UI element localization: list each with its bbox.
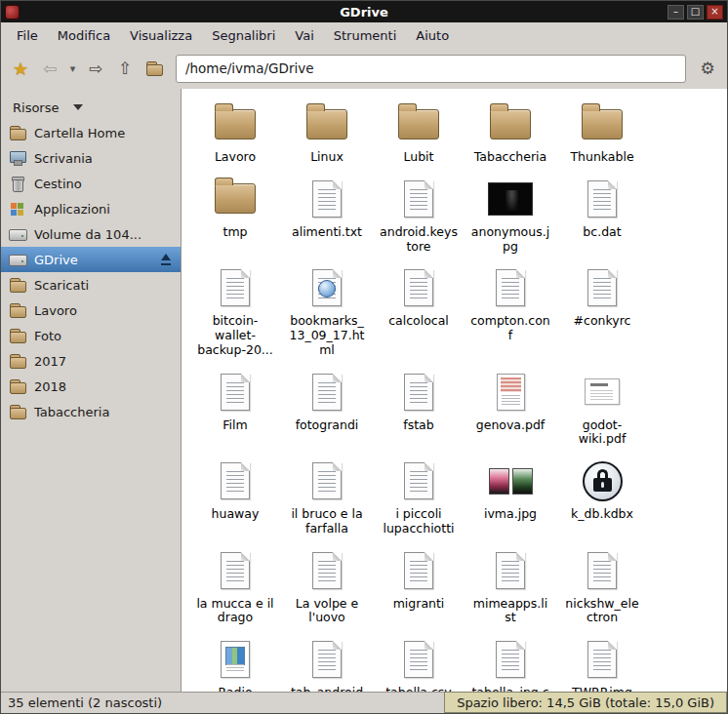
sidebar-item-scrivania[interactable]: Scrivania xyxy=(1,145,181,171)
file-nickshw-electron[interactable]: nickshw_electron xyxy=(556,545,648,635)
file-thunkable[interactable]: Thunkable xyxy=(556,99,648,174)
menu-strumenti[interactable]: Strumenti xyxy=(324,25,407,46)
file-label: Film xyxy=(222,418,247,433)
sidebar-item-cartella-home[interactable]: Cartella Home xyxy=(1,120,181,145)
minimize-button[interactable]: – xyxy=(667,5,684,20)
forward-button[interactable]: ⇨ xyxy=(82,55,109,82)
sidebar-item-2018[interactable]: 2018 xyxy=(1,374,181,399)
text-file-icon xyxy=(312,177,342,221)
text-file-icon xyxy=(496,548,525,593)
new-window-button[interactable]: ★ xyxy=(7,55,34,82)
file-tabella-ing-c[interactable]: tabella_ing.c xyxy=(465,634,556,692)
file-bookmarks-13-09-17-html[interactable]: bookmarks_13_09_17.html xyxy=(281,262,373,366)
home-button[interactable] xyxy=(141,55,168,82)
file-label: ivma.jpg xyxy=(484,507,537,522)
gear-icon: ⚙ xyxy=(700,59,714,78)
file-fotograndi[interactable]: fotograndi xyxy=(281,367,373,456)
file-tmp[interactable]: tmp xyxy=(189,174,281,263)
places-header-label: Risorse xyxy=(13,100,60,115)
menu-aiuto[interactable]: Aiuto xyxy=(406,25,459,46)
file-mimeapps-list[interactable]: mimeapps.list xyxy=(465,545,556,635)
file-android-keystore[interactable]: android.keystore xyxy=(373,174,465,263)
file-tabella-csv[interactable]: tabella.csv xyxy=(373,634,465,692)
file-la-mucca-e-il-drago[interactable]: la mucca e il drago xyxy=(189,545,281,635)
maximize-button[interactable]: □ xyxy=(687,5,704,20)
file-alimenti-txt[interactable]: alimenti.txt xyxy=(281,174,373,263)
file-label: bookmarks_13_09_17.html xyxy=(287,314,367,357)
text-file-icon xyxy=(404,637,433,682)
menu-visualizza[interactable]: Visualizza xyxy=(120,25,202,46)
places-header[interactable]: Risorse xyxy=(1,95,181,120)
file-huaway[interactable]: huaway xyxy=(189,456,281,545)
file-la-volpe-e-l-uovo[interactable]: La volpe e l'uovo xyxy=(281,545,373,635)
file-fstab[interactable]: fstab xyxy=(373,367,465,456)
sidebar-item-scaricati[interactable]: Scaricati xyxy=(1,272,181,298)
file-twrp-img[interactable]: TWRP.img xyxy=(556,634,648,692)
sidebar-item-gdrive[interactable]: GDrive xyxy=(1,247,181,272)
eject-button[interactable] xyxy=(160,254,173,265)
tools-button[interactable]: ⚙ xyxy=(694,55,721,82)
file-i-piccoli-lupacchiotti[interactable]: i piccoli lupacchiotti xyxy=(373,456,465,545)
file-film[interactable]: Film xyxy=(189,367,281,456)
file-k-db-kdbx[interactable]: k_db.kdbx xyxy=(556,456,648,545)
menu-modifica[interactable]: Modifica xyxy=(48,25,120,46)
menubar: FileModificaVisualizzaSegnalibriVaiStrum… xyxy=(1,22,727,48)
folder-icon xyxy=(306,101,347,146)
sidebar-item-tabaccheria[interactable]: Tabaccheria xyxy=(1,399,181,424)
pdf-thumbnail xyxy=(585,370,620,415)
forward-arrow-icon: ⇨ xyxy=(89,59,102,78)
file-anonymous-jpg[interactable]: anonymous.jpg xyxy=(465,174,556,263)
item-count-status: 35 elementi (2 nascosti) xyxy=(8,695,162,710)
file-label: android.keystore xyxy=(379,225,459,255)
file-genova-pdf[interactable]: genova.pdf xyxy=(465,367,556,456)
file-lavoro[interactable]: Lavoro xyxy=(189,99,281,174)
folder-icon xyxy=(9,328,26,343)
sidebar-item-label: 2017 xyxy=(34,354,66,369)
file-label: anonymous.jpg xyxy=(470,225,550,255)
file-label: tmp xyxy=(222,225,247,240)
back-button[interactable]: ⇦ xyxy=(36,55,63,82)
sidebar-item-label: Cestino xyxy=(34,177,82,191)
file-migranti[interactable]: migranti xyxy=(373,545,465,635)
file-bc-dat[interactable]: bc.dat xyxy=(556,174,648,263)
menu-segnalibri[interactable]: Segnalibri xyxy=(202,25,285,46)
sidebar-item-applicazioni[interactable]: Applicazioni xyxy=(1,196,181,221)
file-compton-conf[interactable]: compton.conf xyxy=(465,262,556,366)
text-file-icon xyxy=(587,265,617,310)
menu-vai[interactable]: Vai xyxy=(285,25,323,46)
applications-icon xyxy=(9,201,26,217)
html-file-icon xyxy=(312,265,342,310)
up-button[interactable]: ⇧ xyxy=(111,55,139,82)
sidebar-item-foto[interactable]: Foto xyxy=(1,323,181,348)
home-folder-icon xyxy=(9,125,26,140)
file-il-bruco-e-la-farfalla[interactable]: il bruco e la farfalla xyxy=(281,456,373,545)
statusbar: 35 elementi (2 nascosti) Spazio libero: … xyxy=(1,692,727,713)
toolbar: ★ ⇦ ▾ ⇨ ⇧ ⚙ xyxy=(1,48,727,89)
file-godot-wiki-pdf[interactable]: godot-wiki.pdf xyxy=(556,367,648,456)
file-tab-android[interactable]: tab_android xyxy=(281,634,373,692)
sidebar-item-2017[interactable]: 2017 xyxy=(1,348,181,374)
close-button[interactable]: × xyxy=(707,5,723,20)
history-dropdown-button[interactable]: ▾ xyxy=(65,55,80,82)
file-tabaccheria[interactable]: Tabaccheria xyxy=(465,99,556,174)
file-linux[interactable]: Linux xyxy=(281,99,373,174)
file-view[interactable]: LavoroLinuxLubitTabaccheriaThunkabletmpa… xyxy=(182,89,727,692)
sidebar-item-lavoro[interactable]: Lavoro xyxy=(1,298,181,323)
text-file-icon xyxy=(312,458,342,503)
menu-file[interactable]: File xyxy=(7,25,48,46)
file-label: Lubit xyxy=(404,150,434,165)
text-file-icon xyxy=(312,370,342,415)
file-conkyrc[interactable]: #conkyrc xyxy=(556,262,648,366)
pdf-thumbnail xyxy=(497,370,525,415)
file-calcolocal[interactable]: calcolocal xyxy=(373,262,465,366)
sidebar-item-label: Foto xyxy=(34,329,61,343)
file-ivma-jpg[interactable]: ivma.jpg xyxy=(465,456,556,545)
file-bitcoin-wallet-backup-20[interactable]: bitcoin-wallet-backup-20... xyxy=(189,262,281,366)
path-input[interactable] xyxy=(176,55,686,83)
up-arrow-icon: ⇧ xyxy=(118,59,132,78)
titlebar[interactable]: GDrive – □ × xyxy=(1,1,727,22)
file-lubit[interactable]: Lubit xyxy=(373,99,465,174)
sidebar-item-volume-da-104[interactable]: Volume da 104... xyxy=(1,221,181,247)
sidebar-item-cestino[interactable]: Cestino xyxy=(1,171,181,196)
file-radio[interactable]: Radio xyxy=(189,634,281,692)
